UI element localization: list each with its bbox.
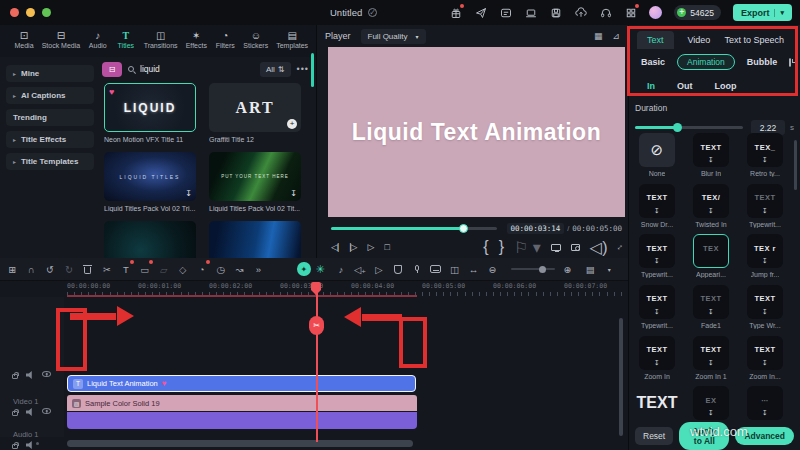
download-icon[interactable]: ↧ xyxy=(185,189,192,198)
sidebar-item-ai-captions[interactable]: ▸AI Captions xyxy=(6,87,94,104)
redo-icon[interactable]: ↻ xyxy=(63,262,75,276)
split-screen-icon[interactable]: ◫ xyxy=(448,262,460,276)
sidebar-item-mine[interactable]: ▸Mine xyxy=(6,65,94,82)
tab-audio[interactable]: ♪Audio xyxy=(84,28,112,51)
preset-twisted-in[interactable]: TEX/↧Twisted In xyxy=(688,184,734,230)
device-icon[interactable] xyxy=(524,6,537,19)
template-card-pack-2[interactable]: PUT YOUR TEXT HERE ↧ Liquid Titles Pack … xyxy=(209,152,301,212)
preset-blur-in[interactable]: TEXT↧Blur In xyxy=(688,133,734,179)
preset-typewriter-2[interactable]: TEXT↧Typewrit... xyxy=(634,234,680,280)
preset-zoom-in-1[interactable]: TEXT↧Zoom In 1 xyxy=(688,336,734,382)
preset-fade1[interactable]: TEXT↧Fade1 xyxy=(688,285,734,331)
tasks-icon[interactable] xyxy=(499,6,512,19)
minimize-window-button[interactable] xyxy=(26,8,35,17)
audio-tag-icon[interactable]: ♪ xyxy=(335,262,347,276)
undo-icon[interactable]: ↺ xyxy=(44,262,56,276)
gift-icon[interactable] xyxy=(449,6,462,19)
timeline-vertical-scrollbar[interactable] xyxy=(619,318,623,436)
preset-jump[interactable]: TEX r↧Jump fr... xyxy=(742,234,788,280)
hide-track-icon[interactable] xyxy=(42,408,51,414)
mute-track-icon[interactable] xyxy=(26,408,34,416)
apps-grid-icon[interactable] xyxy=(624,6,637,19)
zoom-in-icon[interactable]: ⊕ xyxy=(561,262,573,276)
tab-templates[interactable]: ▤Templates xyxy=(272,28,312,51)
user-avatar[interactable] xyxy=(649,6,662,19)
next-frame-icon[interactable]: |▷ xyxy=(349,242,356,252)
fullscreen-icon[interactable]: ↕ xyxy=(615,242,625,252)
timer-icon[interactable]: ◷ xyxy=(214,262,226,276)
mark-out-icon[interactable]: } xyxy=(499,238,504,256)
export-button[interactable]: Export ▾ xyxy=(733,4,792,21)
lock-track-icon[interactable] xyxy=(12,374,18,379)
more-tools-icon[interactable]: » xyxy=(252,262,264,276)
hide-track-icon[interactable] xyxy=(42,371,51,377)
lock-track-icon[interactable] xyxy=(12,411,18,416)
close-window-button[interactable] xyxy=(10,8,19,17)
magnet-icon[interactable]: ∩ xyxy=(25,262,37,276)
video-preview[interactable]: Liquid Text Animation xyxy=(328,47,625,217)
split-scissors-icon[interactable]: ✂ xyxy=(101,262,113,276)
delete-icon[interactable] xyxy=(82,262,94,276)
motion-track-icon[interactable]: ↝ xyxy=(233,262,245,276)
toolbox-icon[interactable]: ⊞ xyxy=(6,262,18,276)
record-voiceover-icon[interactable] xyxy=(410,262,422,276)
scopes-icon[interactable]: ⊿ xyxy=(612,31,620,41)
template-card-partial-2[interactable] xyxy=(209,221,301,258)
seek-bar[interactable] xyxy=(331,227,497,230)
ai-copilot-icon[interactable]: ✦ xyxy=(297,262,310,276)
add-text-icon[interactable]: T xyxy=(120,262,132,276)
project-info-icon[interactable]: ✓ xyxy=(368,8,377,17)
playhead-line[interactable] xyxy=(316,282,318,442)
tab-effects[interactable]: ✶Effects xyxy=(181,28,211,51)
mark-in-icon[interactable]: { xyxy=(483,238,488,256)
color-clip-body[interactable] xyxy=(67,412,417,429)
reset-button[interactable]: Reset xyxy=(635,427,673,445)
preset-appearing[interactable]: TEXAppeari... xyxy=(688,234,734,280)
preset-zoom-in-2[interactable]: TEXT↧Zoom In... xyxy=(742,336,788,382)
toolbar-caret-icon[interactable]: ▾ xyxy=(603,262,615,276)
mask-icon[interactable]: ▱ xyxy=(158,262,170,276)
color-clip[interactable]: ▨ Sample Color Solid 19 xyxy=(67,395,417,411)
share-icon[interactable] xyxy=(474,6,487,19)
tab-media[interactable]: ⊡Media xyxy=(10,28,38,51)
media-scrollbar[interactable] xyxy=(311,53,314,87)
duration-slider-handle[interactable] xyxy=(673,123,682,132)
snapshot-camera-icon[interactable] xyxy=(571,244,580,251)
save-icon[interactable] xyxy=(549,6,562,19)
speed-icon[interactable]: ◔ xyxy=(195,262,207,276)
tab-stickers[interactable]: ☺Stickers xyxy=(239,28,272,51)
sidebar-item-title-effects[interactable]: ▸Title Effects xyxy=(6,131,94,148)
tab-transitions[interactable]: ◫Transitions xyxy=(140,28,182,51)
presets-scrollbar[interactable] xyxy=(794,140,797,190)
sidebar-item-trending[interactable]: Trending xyxy=(6,109,94,126)
template-card-graffiti[interactable]: ART + Graffiti Title 12 xyxy=(209,83,301,143)
more-options-icon[interactable]: ••• xyxy=(297,64,309,74)
template-card-pack-1[interactable]: LIQUID TITLES ↧ Liquid Titles Pack Vol 0… xyxy=(104,152,196,212)
upload-cloud-icon[interactable] xyxy=(574,6,587,19)
stop-icon[interactable]: □ xyxy=(384,242,388,252)
download-icon[interactable]: ↧ xyxy=(290,189,297,198)
crop-icon[interactable]: ▭ xyxy=(139,262,151,276)
ai-media-icon[interactable]: ⊟ xyxy=(102,62,122,77)
duration-slider[interactable] xyxy=(635,126,743,129)
play-icon[interactable]: ▷ xyxy=(368,242,374,252)
previous-frame-icon[interactable]: ◁| xyxy=(331,242,338,252)
timeline-horizontal-scrollbar[interactable] xyxy=(67,440,413,447)
fit-timeline-icon[interactable]: ↔ xyxy=(467,262,479,276)
track-manager-icon[interactable]: ▤ xyxy=(584,262,596,276)
template-card-partial-1[interactable] xyxy=(104,221,196,258)
flag-marker-icon[interactable]: ⚐ ▾ xyxy=(514,238,541,257)
add-to-timeline-icon[interactable]: + xyxy=(287,119,297,129)
maximize-window-button[interactable] xyxy=(42,8,51,17)
preset-partial-1[interactable]: TEXT xyxy=(634,386,680,422)
template-card-neon-motion[interactable]: ♥ LIQUID Neon Motion VFX Title 11 xyxy=(104,83,196,143)
color-panels-icon[interactable]: ▦ xyxy=(594,31,603,41)
preview-render-icon[interactable]: ▷ xyxy=(373,262,385,276)
mute-track-icon[interactable] xyxy=(26,441,34,449)
timeline-zoom-handle[interactable] xyxy=(539,266,546,273)
audio-export-icon[interactable]: ◁₊ xyxy=(354,262,366,276)
sidebar-item-title-templates[interactable]: ▸Title Templates xyxy=(6,153,94,170)
preset-partial-3[interactable]: ⋯↧ xyxy=(742,386,788,422)
speaker-icon[interactable]: ◁) xyxy=(590,238,608,257)
preset-typewriter-3[interactable]: TEXT↧Typewrit... xyxy=(634,285,680,331)
